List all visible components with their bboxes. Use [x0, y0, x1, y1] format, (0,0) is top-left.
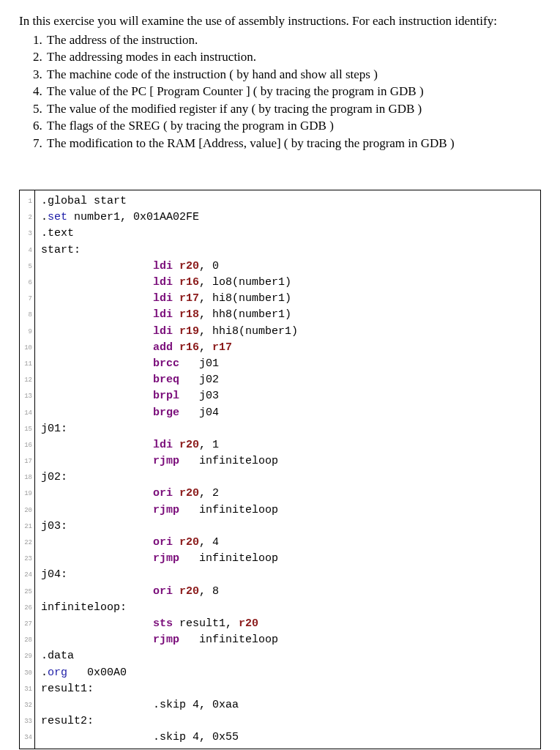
code-token: r20 [179, 439, 199, 451]
code-line: j04: [41, 567, 536, 583]
code-line: .text [41, 226, 536, 242]
code-token: r17 [179, 292, 199, 305]
code-token: sts [153, 617, 173, 630]
code-line: brpl j03 [41, 388, 536, 404]
code-line: ori r20, 4 [41, 535, 536, 551]
code-token [41, 374, 153, 386]
code-line: result1: [41, 681, 536, 697]
code-token: number1, 0x01AA02FE [67, 211, 199, 223]
code-line: rjmp infiniteloop [41, 551, 536, 567]
code-token [173, 260, 179, 272]
code-token: ldi [153, 308, 173, 321]
code-token: , hhi8(number1) [199, 325, 298, 338]
line-number: 5 [22, 259, 32, 275]
code-token [173, 325, 179, 338]
code-token: result2: [41, 715, 94, 727]
code-token: , [199, 341, 212, 354]
code-token: j03 [179, 390, 219, 402]
code-token: r16 [179, 276, 199, 289]
code-token [173, 341, 179, 354]
code-body: .global start.set number1, 0x01AA02FE.te… [35, 190, 540, 749]
code-token: rjmp [153, 552, 179, 565]
code-token: r20 [179, 536, 199, 549]
code-token: r20 [179, 585, 199, 598]
line-number: 20 [22, 502, 32, 519]
code-token [41, 260, 153, 272]
code-token: .global start [41, 195, 127, 207]
code-token [41, 455, 153, 467]
code-token: r16 [179, 341, 199, 354]
list-item: The value of the PC [ Program Counter ] … [45, 83, 541, 100]
code-token: ori [153, 487, 173, 500]
code-line: brcc j01 [41, 356, 536, 372]
code-line: rjmp infiniteloop [41, 632, 536, 648]
line-number: 34 [22, 729, 32, 746]
code-line: ldi r17, hi8(number1) [41, 291, 536, 307]
code-token: rjmp [153, 455, 179, 467]
line-number: 14 [22, 405, 32, 421]
code-token: , 8 [199, 585, 219, 598]
code-token [41, 439, 153, 451]
line-number: 13 [22, 388, 32, 404]
line-number: 12 [22, 372, 32, 388]
code-token [41, 308, 153, 321]
line-number-gutter: 1234567891011121314151617181920212223242… [20, 190, 35, 749]
code-token: brge [153, 406, 179, 419]
line-number: 2 [22, 209, 32, 226]
code-token: .skip 4, 0x55 [41, 731, 239, 743]
code-line: .set number1, 0x01AA02FE [41, 209, 536, 226]
line-number: 23 [22, 551, 32, 567]
code-token [41, 341, 153, 354]
code-token: start: [41, 244, 81, 256]
code-token: result1, [173, 617, 239, 630]
code-line: result2: [41, 713, 536, 729]
code-line: rjmp infiniteloop [41, 502, 536, 519]
code-line: start: [41, 242, 536, 259]
code-token: .text [41, 227, 74, 240]
code-line: j03: [41, 519, 536, 535]
code-line: ldi r20, 1 [41, 437, 536, 453]
code-token: , 4 [199, 536, 219, 549]
list-item: The modification to the RAM [Address, va… [45, 135, 541, 152]
identify-list: The address of the instruction. The addr… [19, 31, 541, 152]
code-token: add [153, 341, 173, 354]
code-line: ori r20, 2 [41, 486, 536, 502]
code-token: , hi8(number1) [199, 292, 291, 305]
line-number: 8 [22, 307, 32, 323]
line-number: 4 [22, 242, 32, 259]
code-line: j01: [41, 421, 536, 437]
code-line: .skip 4, 0xaa [41, 697, 536, 713]
code-line: add r16, r17 [41, 340, 536, 356]
code-token: r17 [212, 341, 232, 354]
line-number: 6 [22, 275, 32, 291]
code-line: ori r20, 8 [41, 584, 536, 600]
code-token: j04 [179, 406, 219, 419]
code-token: , hh8(number1) [199, 308, 291, 321]
line-number: 26 [22, 600, 32, 616]
code-token: , 0 [199, 260, 219, 272]
code-token: org [48, 667, 67, 679]
list-item: The address of the instruction. [45, 31, 541, 48]
line-number: 19 [22, 486, 32, 502]
code-token: ori [153, 536, 173, 549]
line-number: 16 [22, 437, 32, 453]
code-token [41, 487, 153, 500]
list-item: The flags of the SREG ( by tracing the p… [45, 117, 541, 134]
code-token: result1: [41, 683, 94, 695]
code-line: .org 0x00A0 [41, 665, 536, 681]
code-token: infiniteloop: [41, 601, 127, 614]
line-number: 7 [22, 291, 32, 307]
code-token: infiniteloop [179, 552, 278, 565]
code-token: infiniteloop [179, 455, 278, 467]
code-token [41, 585, 153, 598]
line-number: 17 [22, 453, 32, 469]
code-line: ldi r18, hh8(number1) [41, 307, 536, 323]
code-token: brcc [153, 357, 179, 370]
code-token: rjmp [153, 634, 179, 646]
line-number: 1 [22, 193, 32, 209]
line-number: 25 [22, 584, 32, 600]
code-token [173, 487, 179, 500]
code-token: j01 [179, 357, 219, 370]
code-token: ldi [153, 439, 173, 451]
code-token: j02: [41, 471, 67, 483]
